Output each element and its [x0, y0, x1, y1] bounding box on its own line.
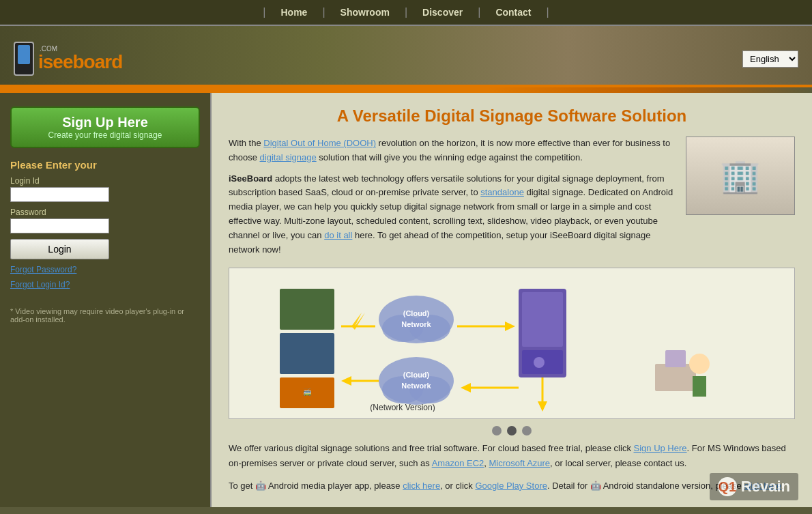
svg-rect-28: [655, 364, 696, 391]
nav-discover[interactable]: Discover: [410, 5, 475, 19]
signup-main-label: Sign Up Here: [62, 115, 148, 130]
svg-marker-18: [538, 401, 547, 412]
video-note: * Video viewing may require video player…: [10, 307, 200, 324]
bottom-paragraph-1: We offer various digital signage solutio…: [229, 441, 795, 471]
signup-button[interactable]: Sign Up Here Create your free digital si…: [10, 106, 200, 148]
svg-rect-31: [693, 376, 706, 397]
orange-bar: [0, 87, 812, 93]
amazon-ec2-link[interactable]: Amazon EC2: [432, 458, 484, 468]
dooh-link[interactable]: Digital Out of Home (DOOH): [263, 138, 376, 148]
intro-paragraph-2: iSeeBoard adopts the latest web technolo…: [229, 172, 675, 257]
svg-text:(Cloud): (Cloud): [403, 309, 430, 317]
network-diagram: 🚎 (Cloud) Network: [273, 275, 751, 412]
android-click-here-link[interactable]: click here: [403, 481, 440, 491]
login-heading: Please Enter your: [10, 159, 200, 171]
svg-rect-1: [280, 333, 334, 374]
lang-selector-wrapper[interactable]: English Chinese: [742, 51, 798, 68]
standalone-link[interactable]: standalone: [480, 187, 524, 197]
logo-text: .COM iseeboard: [38, 46, 122, 72]
nav-sep-3: |: [405, 6, 407, 18]
svg-rect-0: [280, 289, 334, 330]
svg-text:🚎: 🚎: [303, 388, 312, 397]
nav-sep-4: |: [478, 6, 480, 18]
slide-dots: [229, 426, 795, 436]
main-content: A Versatile Digital Signage Software Sol…: [212, 93, 812, 507]
svg-rect-14: [522, 292, 563, 347]
intro-paragraph-1: With the Digital Out of Home (DOOH) revo…: [229, 137, 675, 165]
slide-dot-3[interactable]: [522, 426, 532, 436]
nav-contact[interactable]: Contact: [483, 5, 543, 19]
login-id-input[interactable]: [10, 187, 109, 202]
header: .COM iseeboard English Chinese: [0, 26, 812, 87]
login-id-field-wrapper: Login Id: [10, 176, 200, 202]
bottom-p1-mid2: ,: [484, 458, 489, 468]
intro-text: With the Digital Out of Home (DOOH) revo…: [229, 137, 675, 257]
top-nav: | Home | Showroom | Discover | Contact |: [0, 0, 812, 26]
nav-sep-5: |: [547, 6, 549, 18]
svg-text:Network: Network: [401, 382, 431, 390]
svg-text:Network: Network: [401, 320, 431, 328]
signup-sub-label: Create your free digital signage: [48, 130, 162, 140]
svg-point-21: [409, 376, 450, 403]
logo-area: .COM iseeboard: [14, 42, 122, 76]
svg-text:(Network Version): (Network Version): [370, 403, 435, 412]
svg-point-16: [534, 357, 545, 368]
signup-here-link[interactable]: Sign Up Here: [634, 443, 687, 453]
main-layout: Sign Up Here Create your free digital si…: [0, 93, 812, 507]
bottom-p2-mid2: . Detail for 🤖 Android standalone versio…: [547, 481, 744, 491]
svg-rect-29: [665, 350, 686, 367]
office-image: [686, 137, 795, 215]
logo-name: seeboard: [43, 51, 123, 72]
login-button[interactable]: Login: [10, 239, 109, 259]
sidebar: Sign Up Here Create your free digital si…: [0, 93, 212, 507]
password-input[interactable]: [10, 218, 109, 233]
logo-main: iseeboard: [38, 53, 122, 72]
bottom-p1-end: , or local server, please contact us.: [550, 458, 686, 468]
nav-sep-1: |: [263, 6, 265, 18]
lang-select[interactable]: English Chinese: [742, 51, 798, 68]
page-title: A Versatile Digital Signage Software Sol…: [229, 106, 795, 126]
nav-home[interactable]: Home: [269, 5, 320, 19]
bottom-p2-end: .: [781, 481, 784, 491]
svg-marker-12: [505, 322, 515, 331]
login-id-label: Login Id: [10, 176, 200, 186]
login-btn-wrapper: Login: [10, 239, 200, 259]
bottom-text: We offer various digital signage solutio…: [229, 441, 795, 493]
intro-p1-start: With the: [229, 138, 263, 148]
standalone-click-here-link[interactable]: click here: [744, 481, 781, 491]
svg-point-8: [409, 315, 450, 342]
iseeboard-brand: iSeeBoard: [229, 173, 272, 184]
password-field-wrapper: Password: [10, 208, 200, 233]
bottom-paragraph-2: To get 🤖 Android media player app, pleas…: [229, 479, 795, 494]
digital-signage-link[interactable]: digital signage: [260, 152, 317, 162]
intro-section: With the Digital Out of Home (DOOH) revo…: [229, 137, 795, 257]
google-play-link[interactable]: Google Play Store: [475, 481, 547, 491]
ms-azure-link[interactable]: Microsoft Azure: [489, 458, 551, 468]
do-it-all-link[interactable]: do it all: [324, 230, 352, 240]
logo-accent: i: [38, 51, 43, 72]
forgot-id-link[interactable]: Forgot Login Id?: [10, 280, 200, 289]
bottom-p2-start: To get 🤖 Android media player app, pleas…: [229, 481, 403, 491]
svg-marker-27: [461, 383, 471, 392]
bottom-p1-start: We offer various digital signage solutio…: [229, 443, 634, 453]
slide-dot-1[interactable]: [492, 426, 502, 436]
diagram-area: 🚎 (Cloud) Network: [229, 268, 795, 419]
svg-marker-25: [341, 376, 351, 386]
bottom-p2-mid: , or click: [440, 481, 475, 491]
svg-text:(Cloud): (Cloud): [403, 371, 430, 379]
slide-dot-2[interactable]: [507, 426, 517, 436]
password-label: Password: [10, 208, 200, 217]
logo-phone-icon: [14, 42, 34, 76]
svg-point-30: [689, 354, 710, 374]
forgot-password-link[interactable]: Forgot Password?: [10, 265, 200, 274]
nav-sep-2: |: [322, 6, 325, 18]
intro-p1-end: solution that will give you the winning …: [317, 152, 583, 162]
nav-showroom[interactable]: Showroom: [328, 5, 402, 19]
login-section: Please Enter your Login Id Password Logi…: [10, 159, 200, 289]
